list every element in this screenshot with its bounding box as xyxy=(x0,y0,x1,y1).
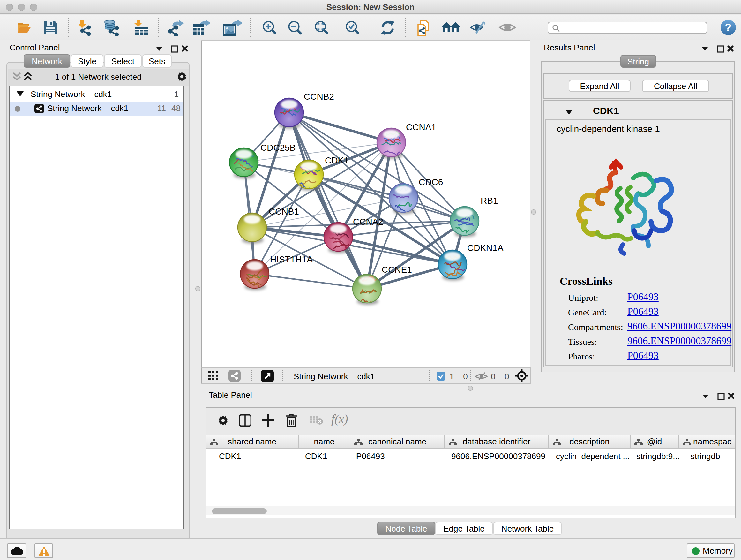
svg-text:RB1: RB1 xyxy=(481,196,498,206)
svg-text:CCNA1: CCNA1 xyxy=(406,122,436,132)
svg-text:CDC6: CDC6 xyxy=(419,177,443,187)
svg-text:CDK1: CDK1 xyxy=(325,155,349,165)
svg-text:CDC25B: CDC25B xyxy=(260,143,295,152)
svg-text:CDKN1A: CDKN1A xyxy=(467,243,503,253)
svg-text:CCNE1: CCNE1 xyxy=(382,265,412,274)
svg-text:CCNB1: CCNB1 xyxy=(269,206,299,216)
svg-text:CCNA2: CCNA2 xyxy=(353,217,383,227)
svg-text:HIST1H1A: HIST1H1A xyxy=(270,254,313,264)
svg-text:CCNB2: CCNB2 xyxy=(304,91,334,102)
